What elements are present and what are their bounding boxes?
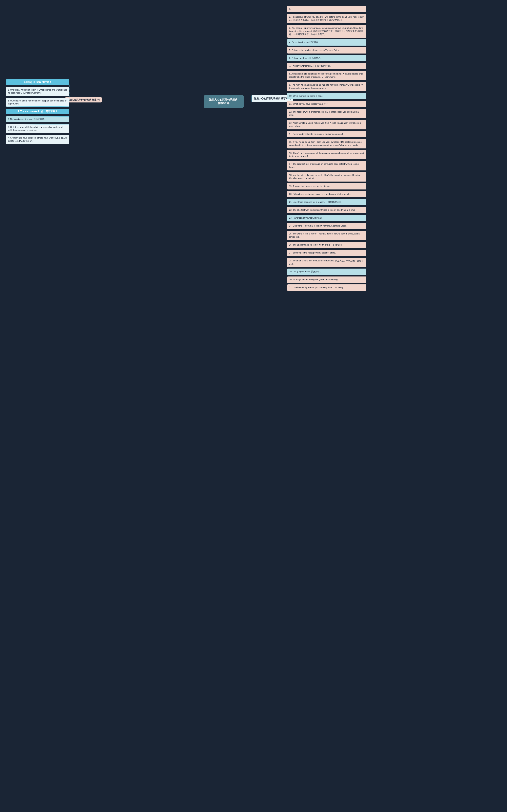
right-card-23: 23. Have faith in yourself.相信自己。	[287, 215, 367, 221]
right-card-4: 4. I'm rooting for you.我支持你。	[287, 39, 367, 46]
right-card-7: 7. This is your moment. 这是属于你的时刻。	[287, 63, 367, 69]
right-card-8: 8. A man is not old as long as he is see…	[287, 71, 367, 80]
left-node-3: 3. Our destiny offers not the cup of des…	[6, 98, 69, 107]
right-card-31: 31. Live beautifully, dream passionately…	[287, 285, 367, 291]
left-node-2: 2. One's real value first lies in to wha…	[6, 87, 69, 96]
right-card-10: 10. While there is life there is hope.	[287, 93, 367, 99]
right-card-6: 6. Follow your heart. 听从你的心。	[287, 55, 367, 61]
right-card-12: 12. The reason why a great man is great …	[287, 109, 367, 118]
right-card-16: 16. There's only one corner of the unive…	[287, 150, 367, 159]
left-node-7: 7. Great minds have purpose, others have…	[6, 135, 69, 144]
left-branch-label: 激励人心的英语句子经典 推荐7句	[65, 97, 102, 102]
right-card-24: 24. One thing I know,that is I know noth…	[287, 223, 367, 229]
right-cards: 1. 2. I disapprove of what you say, but …	[287, 6, 367, 292]
right-card-2: 2. I disapprove of what you say, but I w…	[287, 14, 367, 23]
right-card-5: 5. Failure is the mother of success. – T…	[287, 47, 367, 53]
right-card-9: 9. The man who has made up his mind to w…	[287, 82, 367, 91]
right-card-28: 28. When all else is lost the future sti…	[287, 258, 367, 267]
right-card-1: 1.	[287, 6, 367, 12]
left-node-5: 5. Nothing is ever too late. 永远不嫌晚。	[6, 116, 69, 122]
right-card-14: 14. Never underestimate your power to ch…	[287, 131, 367, 137]
right-card-22: 22. The shortest way to do many things i…	[287, 207, 367, 213]
left-node-4: 4. You can manke it! 你一定可以的！	[6, 109, 69, 114]
left-node-6: 6. Only they who fulfill their duties in…	[6, 124, 69, 133]
right-card-19: 19. A man's best friends are his ten fin…	[287, 183, 367, 190]
right-card-18: 18. You have to believe in yourself . Th…	[287, 172, 367, 182]
right-card-30: 30. All things in their being are good f…	[287, 276, 367, 283]
right-card-3: 3. You cannot improve your past, but you…	[287, 25, 367, 38]
right-card-20: 20. Difficult circumstances serve as a t…	[287, 191, 367, 197]
left-node-1: 1. Hang in there 撑住啊！	[6, 79, 69, 85]
right-card-25: 25. The world is like a mirror: Frown at…	[287, 231, 367, 240]
right-card-13: 13. Albert Einstein: Logic will get you …	[287, 120, 367, 130]
right-card-17: 17. The greatest test of courage on eart…	[287, 161, 367, 170]
right-card-15: 15. If you would go up high , then use y…	[287, 139, 367, 148]
right-card-26: 26. The unexamined life is not worth liv…	[287, 242, 367, 248]
right-card-29: 29. I've got your back. 我支持你。	[287, 268, 367, 275]
right-card-11: 11. What do you have to lose? 豁出去了！	[287, 101, 367, 107]
left-branch: 1. Hang in there 撑住啊！ 2. One's real valu…	[6, 79, 69, 146]
right-card-27: 27. Suffering is the most powerful teach…	[287, 250, 367, 256]
right-card-21: 21. Everything happens for a reason. 一切都…	[287, 199, 367, 205]
central-node: 激励人心的英语句子经典( 推荐38句)	[204, 95, 243, 108]
